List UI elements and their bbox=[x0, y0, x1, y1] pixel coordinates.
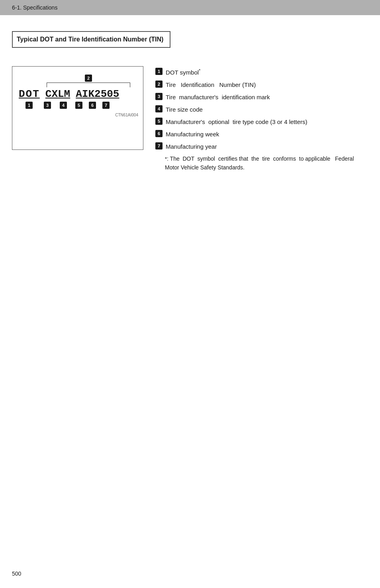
badge-item-1: 1 bbox=[155, 68, 163, 75]
item-4-text: Tire size code bbox=[166, 105, 368, 114]
badge-item-5: 5 bbox=[155, 118, 163, 125]
list-item: 2 Tire Identification Number (TIN) bbox=[155, 81, 368, 89]
item-7-text: Manufacturing year bbox=[166, 142, 368, 151]
diagram-caption: CTN61AI004 bbox=[19, 113, 138, 117]
item-5-text: Manufacturer's optional tire type code (… bbox=[166, 118, 368, 126]
page-number: 500 bbox=[12, 570, 21, 577]
badge-6: 6 bbox=[89, 102, 96, 109]
badge-item-3: 3 bbox=[155, 93, 163, 100]
aik-label: AIK2505 bbox=[76, 88, 119, 100]
badge-item-6: 6 bbox=[155, 130, 163, 137]
item-1-text: DOT symbol* bbox=[166, 68, 368, 77]
list-item: 6 Manufacturing week bbox=[155, 130, 368, 138]
badge-item-2: 2 bbox=[155, 81, 163, 88]
badge-item-7: 7 bbox=[155, 142, 163, 149]
content-layout: 2 DOT CXLM AIK2505 1 bbox=[12, 66, 368, 172]
cxlm-label: CXLM bbox=[45, 88, 70, 100]
list-item: 1 DOT symbol* bbox=[155, 68, 368, 77]
list-item: 3 Tire manufacturer's identification mar… bbox=[155, 93, 368, 101]
dot-label: DOT bbox=[19, 88, 40, 100]
badge-1: 1 bbox=[25, 102, 33, 109]
badge-4: 4 bbox=[60, 102, 67, 109]
breadcrumb: 6-1. Specifications bbox=[12, 4, 57, 11]
diagram-inner: 2 DOT CXLM AIK2505 1 bbox=[19, 75, 138, 117]
footnote: *: The DOT symbol certifies that the tir… bbox=[155, 155, 368, 172]
item-2-text: Tire Identification Number (TIN) bbox=[166, 81, 368, 89]
list-item: 5 Manufacturer's optional tire type code… bbox=[155, 118, 368, 126]
items-list: 1 DOT symbol* 2 Tire Identification Numb… bbox=[155, 66, 368, 172]
list-item: 4 Tire size code bbox=[155, 105, 368, 114]
tire-diagram: 2 DOT CXLM AIK2505 1 bbox=[12, 66, 143, 150]
badge-2: 2 bbox=[85, 75, 92, 82]
footnote-text: : The DOT symbol certifies that the tire… bbox=[165, 155, 358, 171]
badge-7: 7 bbox=[102, 102, 110, 109]
item-3-text: Tire manufacturer's identification mark bbox=[166, 93, 368, 101]
badge-item-4: 4 bbox=[155, 105, 163, 112]
text-row: DOT CXLM AIK2505 bbox=[19, 88, 138, 100]
section-title: Typical DOT and Tire Identification Numb… bbox=[17, 36, 163, 43]
item-6-text: Manufacturing week bbox=[166, 130, 368, 138]
list-item: 7 Manufacturing year bbox=[155, 142, 368, 151]
main-content: Typical DOT and Tire Identification Numb… bbox=[0, 15, 380, 196]
badge-3: 3 bbox=[44, 102, 51, 109]
badge-5: 5 bbox=[75, 102, 82, 109]
header-bar: 6-1. Specifications bbox=[0, 0, 380, 15]
section-title-box: Typical DOT and Tire Identification Numb… bbox=[12, 31, 170, 48]
